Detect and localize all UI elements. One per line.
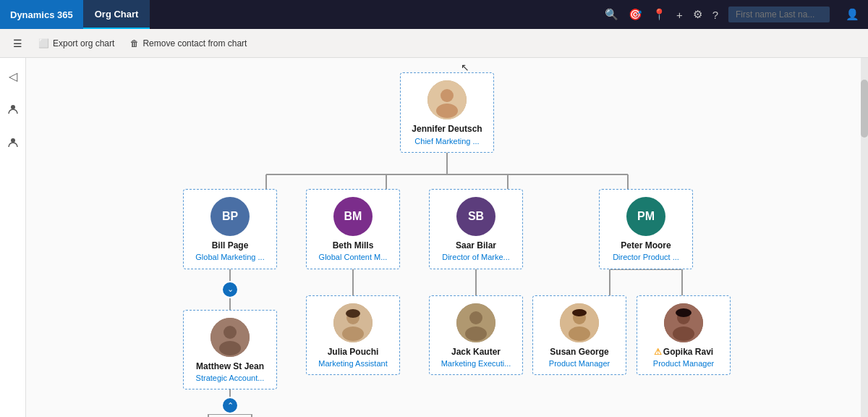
svg-point-28: [465, 327, 487, 341]
avatar-saar: SB: [456, 197, 495, 236]
user-icon[interactable]: 👤: [846, 8, 859, 21]
node-saar-bilar[interactable]: SB Saar Bilar Director of Marke...: [429, 189, 523, 269]
node-title-saar: Director of Marke...: [442, 253, 510, 262]
node-gopika[interactable]: ⚠Gopika Ravi Product Manager: [637, 295, 731, 376]
refresh-icon[interactable]: 🎯: [629, 8, 642, 21]
node-title-susan: Product Manager: [549, 359, 610, 368]
node-julia[interactable]: Julia Pouchi Marketing Assistant: [306, 295, 400, 376]
node-title-beth: Global Content M...: [319, 253, 388, 262]
node-title-bill: Global Marketing ...: [195, 253, 264, 262]
search-icon[interactable]: 🔍: [605, 8, 618, 21]
initials-saar: SB: [468, 210, 484, 223]
sidebar-user-icon[interactable]: [2, 132, 24, 153]
node-name-bill: Bill Page: [212, 240, 249, 252]
node-name-beth: Beth Mills: [333, 240, 374, 252]
scrollbar-thumb[interactable]: [861, 80, 868, 138]
node-title-gopika: Product Manager: [653, 359, 714, 368]
matthew-connector-v: [229, 389, 231, 397]
col-saar: SB Saar Bilar Director of Marke...: [422, 189, 530, 376]
svg-point-1: [11, 138, 15, 143]
hamburger-menu[interactable]: ☰: [7, 35, 28, 52]
avatar-jennifer: [427, 80, 467, 119]
remove-icon: 🗑: [130, 38, 139, 49]
node-title-jennifer: Chief Marketing ...: [414, 137, 479, 146]
node-peter-moore[interactable]: PM Peter Moore Director Product ...: [599, 189, 693, 269]
svg-point-27: [469, 311, 482, 324]
export-icon: ⬜: [38, 38, 49, 49]
remove-contact-button[interactable]: 🗑 Remove contact from chart: [124, 35, 252, 51]
matthew-h-line: [194, 414, 266, 417]
expand-btn-bill[interactable]: ⌄: [221, 281, 239, 298]
org-chart-nav-item[interactable]: Org Chart: [83, 0, 150, 29]
svg-point-36: [572, 309, 587, 316]
node-title-peter: Director Product ...: [613, 253, 679, 262]
node-jennifer-deutsch[interactable]: Jennifer Deutsch Chief Marketing ...: [400, 72, 494, 153]
sidebar-contact-icon[interactable]: [2, 98, 24, 120]
help-icon[interactable]: ?: [712, 9, 718, 21]
avatar-beth: BM: [333, 197, 373, 236]
node-name-saar: Saar Bilar: [456, 240, 496, 252]
initials-bill: BP: [222, 210, 238, 223]
top-nav-bar: Dynamics 365 Org Chart 🔍 🎯 📍 + ⚙ ? 👤: [0, 0, 868, 29]
bill-connector-v2: [229, 298, 231, 310]
avatar-bill: BP: [210, 197, 250, 236]
svg-point-35: [569, 327, 590, 341]
scrollbar[interactable]: [861, 58, 868, 417]
expand-btn-matthew[interactable]: ⌃: [221, 397, 239, 414]
node-name-susan: Susan George: [550, 347, 608, 358]
svg-point-24: [346, 309, 360, 318]
initials-peter: PM: [637, 210, 655, 223]
svg-point-39: [673, 327, 694, 341]
toolbar: ☰ ⬜ Export org chart 🗑 Remove contact fr…: [0, 29, 868, 58]
avatar-susan: [560, 303, 599, 342]
org-chart-area[interactable]: Jennifer Deutsch Chief Marketing ... ↖: [26, 58, 868, 417]
node-name-gopika: ⚠Gopika Ravi: [654, 347, 713, 358]
svg-point-23: [342, 327, 364, 341]
bill-connector-v1: [229, 269, 231, 281]
root-connector-v: [446, 153, 448, 174]
remove-label: Remove contact from chart: [142, 38, 247, 49]
node-matthew[interactable]: Matthew St Jean Strategic Account...: [183, 310, 277, 390]
settings-icon[interactable]: ⚙: [693, 8, 702, 21]
node-name-peter: Peter Moore: [621, 240, 671, 252]
global-search-input[interactable]: [728, 7, 830, 22]
col-bill: BP Bill Page Global Marketing ... ⌄: [176, 189, 284, 417]
col-beth: BM Beth Mills Global Content M...: [299, 189, 407, 376]
cursor-indicator: ↖: [461, 62, 469, 73]
svg-point-4: [436, 104, 458, 118]
saar-connector-v: [475, 269, 477, 295]
nav-icons-group: 🔍 🎯 📍 + ⚙ ? 👤: [596, 7, 868, 22]
initials-beth: BM: [344, 210, 362, 223]
svg-point-0: [11, 105, 15, 109]
sidebar: ◁: [0, 58, 26, 417]
org-chart: Jennifer Deutsch Chief Marketing ... ↖: [33, 65, 861, 417]
avatar-gopika: [664, 303, 703, 342]
horizontal-branch-line: [208, 174, 686, 189]
node-title-jack: Marketing Executi...: [441, 359, 511, 368]
node-name-jennifer: Jennifer Deutsch: [412, 124, 482, 135]
col-peter: PM Peter Moore Director Product ...: [545, 189, 718, 376]
org-chart-label: Org Chart: [95, 9, 139, 20]
add-icon[interactable]: +: [676, 9, 683, 21]
avatar-julia: [333, 303, 373, 342]
root-node-wrapper: Jennifer Deutsch Chief Marketing ... ↖: [208, 72, 686, 189]
svg-point-40: [676, 308, 692, 317]
node-beth-mills[interactable]: BM Beth Mills Global Content M...: [306, 189, 400, 269]
node-name-jack: Jack Kauter: [451, 347, 501, 358]
export-org-chart-button[interactable]: ⬜ Export org chart: [33, 35, 120, 51]
avatar-jack: [456, 303, 495, 342]
level1-row: BP Bill Page Global Marketing ... ⌄: [176, 189, 718, 417]
sidebar-back-icon[interactable]: ◁: [2, 65, 24, 87]
node-name-julia: Julia Pouchi: [328, 347, 379, 358]
main-layout: ◁ Jennifer: [0, 58, 868, 417]
node-jack[interactable]: Jack Kauter Marketing Executi...: [429, 295, 523, 376]
svg-point-3: [441, 89, 454, 102]
dynamics-nav-item[interactable]: Dynamics 365: [0, 0, 83, 29]
node-name-matthew: Matthew St Jean: [196, 361, 264, 373]
peter-children-row: Susan George Product Manager: [532, 295, 731, 376]
node-bill-page[interactable]: BP Bill Page Global Marketing ...: [183, 189, 277, 269]
svg-point-14: [224, 326, 237, 339]
node-susan[interactable]: Susan George Product Manager: [532, 295, 626, 376]
export-label: Export org chart: [53, 38, 114, 49]
location-icon[interactable]: 📍: [652, 8, 666, 21]
